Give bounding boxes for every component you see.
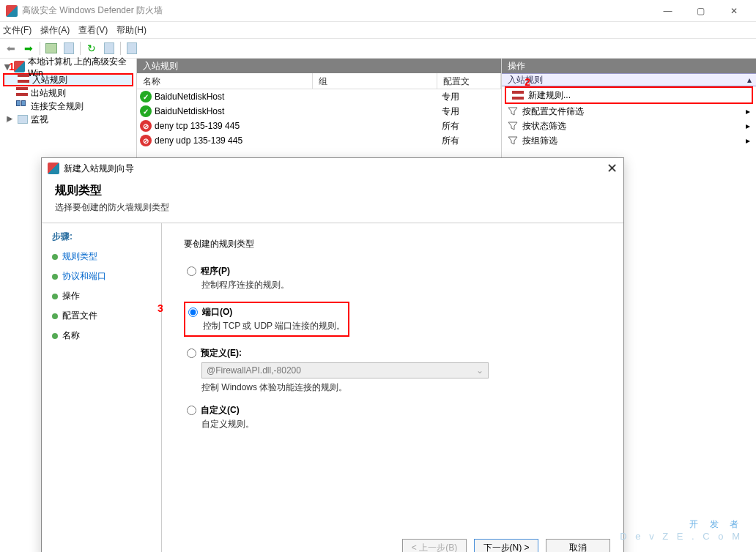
firewall-icon	[48, 163, 59, 174]
connection-icon	[16, 100, 28, 112]
row-profile: 专用	[442, 105, 459, 118]
row-name: BaiduNetdiskHost	[155, 92, 317, 102]
maximize-button[interactable]: ▢	[684, 1, 717, 21]
funnel-icon	[508, 135, 518, 146]
dialog-heading: 规则类型	[55, 183, 610, 198]
action-new-rule-label: 新建规则...	[528, 89, 571, 102]
tree-outbound[interactable]: 出站规则	[0, 86, 136, 100]
refresh-button[interactable]: ↻	[84, 40, 100, 56]
tree-connection-label: 连接安全规则	[31, 100, 84, 113]
dialog-title: 新建入站规则向导	[64, 163, 134, 175]
col-profile[interactable]: 配置文	[437, 73, 501, 89]
doc-button2[interactable]	[101, 40, 117, 56]
next-button[interactable]: 下一步(N) >	[474, 539, 538, 552]
dialog-close-button[interactable]: ✕	[607, 160, 618, 176]
minimize-button[interactable]: —	[651, 1, 684, 21]
option-port-desc: 控制 TCP 或 UDP 端口连接的规则。	[203, 320, 345, 332]
radio-program[interactable]	[187, 266, 196, 276]
tree-outbound-label: 出站规则	[31, 87, 66, 100]
list-header: 名称 组 配置文	[137, 73, 501, 89]
action-by-state-label: 按状态筛选	[522, 120, 566, 133]
menu-file[interactable]: 文件(F)	[3, 24, 32, 37]
annotation-3: 3	[158, 302, 163, 314]
forward-button[interactable]: ➡	[21, 40, 37, 56]
wizard-content: 要创建的规则类型 程序(P) 控制程序连接的规则。 3 端口(O) 控制 TCP…	[162, 223, 623, 552]
doc-button1[interactable]	[61, 40, 77, 56]
option-custom-desc: 自定义规则。	[201, 418, 601, 430]
tree-inbound-label: 入站规则	[32, 74, 67, 86]
allow-icon: ✓	[140, 91, 152, 102]
inbound-icon	[18, 74, 29, 86]
col-group[interactable]: 组	[313, 73, 437, 89]
folder-button[interactable]	[43, 40, 59, 56]
doc-button3[interactable]	[124, 40, 140, 56]
annotation-2: 2	[525, 76, 530, 88]
action-section: 入站规则 ▴	[502, 73, 756, 86]
tree-root[interactable]: ⯆ 本地计算机 上的高级安全 Win	[0, 60, 136, 73]
monitor-icon	[18, 115, 28, 124]
block-icon: ⊘	[140, 120, 152, 132]
back-button[interactable]: ⬅	[3, 40, 19, 56]
row-name: deny tcp 135-139 445	[155, 121, 317, 131]
option-predefined[interactable]: 预定义(E): @FirewallAPI.dll,-80200 ⌄ 控制 Win…	[187, 347, 601, 394]
menu-help[interactable]: 帮助(H)	[116, 24, 147, 37]
back-button: < 上一步(B)	[402, 539, 467, 552]
menubar: 文件(F) 操作(A) 查看(V) 帮助(H)	[0, 22, 756, 38]
radio-port[interactable]	[188, 307, 198, 317]
watermark: 开 发 者 D e v Z E . C o M	[620, 518, 743, 542]
action-header: 操作	[502, 59, 756, 73]
row-name: BaiduNetdiskHost	[155, 106, 317, 116]
step-action: 操作	[52, 290, 151, 302]
action-by-group[interactable]: 按组筛选 ▸	[502, 133, 756, 148]
center-header: 入站规则	[137, 59, 501, 73]
close-button[interactable]: ✕	[717, 1, 750, 21]
list-row[interactable]: ⊘ deny tcp 135-139 445 所有	[137, 119, 501, 133]
row-profile: 所有	[442, 135, 459, 147]
list-row[interactable]: ⊘ deny udp 135-139 445 所有	[137, 133, 501, 148]
action-by-profile[interactable]: 按配置文件筛选 ▸	[502, 104, 756, 119]
outbound-icon	[16, 87, 28, 99]
list-row[interactable]: ✓ BaiduNetdiskHost 专用	[137, 89, 501, 104]
content-prompt: 要创建的规则类型	[184, 238, 601, 250]
firewall-icon	[14, 61, 25, 72]
col-name[interactable]: 名称	[137, 73, 313, 89]
radio-predefined[interactable]	[187, 348, 196, 358]
firewall-icon	[6, 5, 18, 17]
wizard-steps: 步骤: 规则类型 协议和端口 操作 配置文件 名称	[42, 223, 162, 552]
step-protocol[interactable]: 协议和端口	[52, 270, 151, 283]
list-row[interactable]: ✓ BaiduNetdiskHost 专用	[137, 104, 501, 119]
steps-label: 步骤:	[52, 231, 151, 243]
row-name: deny udp 135-139 445	[155, 135, 317, 146]
block-icon: ⊘	[140, 135, 152, 146]
menu-view[interactable]: 查看(V)	[78, 24, 108, 37]
option-program-desc: 控制程序连接的规则。	[201, 279, 601, 291]
row-profile: 专用	[442, 91, 459, 103]
option-port[interactable]: 端口(O) 控制 TCP 或 UDP 端口连接的规则。	[188, 306, 345, 332]
action-by-profile-label: 按配置文件筛选	[522, 105, 584, 118]
option-program[interactable]: 程序(P) 控制程序连接的规则。	[187, 265, 601, 291]
menu-action[interactable]: 操作(A)	[40, 24, 70, 37]
titlebar: 高级安全 Windows Defender 防火墙 — ▢ ✕	[0, 0, 756, 22]
step-rule-type[interactable]: 规则类型	[52, 250, 151, 263]
allow-icon: ✓	[140, 105, 152, 117]
action-new-rule[interactable]: 新建规则...	[506, 88, 752, 102]
step-name: 名称	[52, 329, 151, 342]
predefined-combo[interactable]: @FirewallAPI.dll,-80200 ⌄	[201, 362, 489, 378]
annotation-1: 1	[9, 61, 15, 72]
option-predefined-desc: 控制 Windows 体验功能连接的规则。	[201, 381, 601, 394]
cancel-button[interactable]: 取消	[546, 539, 610, 552]
step-profile: 配置文件	[52, 310, 151, 322]
dialog-header: 规则类型 选择要创建的防火墙规则类型	[42, 179, 623, 223]
dialog-buttons: < 上一步(B) 下一步(N) > 取消	[402, 539, 610, 552]
tree-connection[interactable]: 连接安全规则	[0, 100, 136, 113]
dialog-titlebar: 新建入站规则向导 ✕	[42, 158, 623, 179]
row-profile: 所有	[442, 120, 459, 133]
window-title: 高级安全 Windows Defender 防火墙	[22, 4, 651, 17]
action-by-state[interactable]: 按状态筛选 ▸	[502, 119, 756, 133]
funnel-icon	[508, 106, 518, 116]
option-custom[interactable]: 自定义(C) 自定义规则。	[187, 404, 601, 430]
new-rule-icon	[512, 91, 524, 100]
action-by-group-label: 按组筛选	[522, 135, 557, 147]
tree-monitor[interactable]: ⯈ 监视	[0, 113, 136, 126]
radio-custom[interactable]	[187, 406, 196, 415]
